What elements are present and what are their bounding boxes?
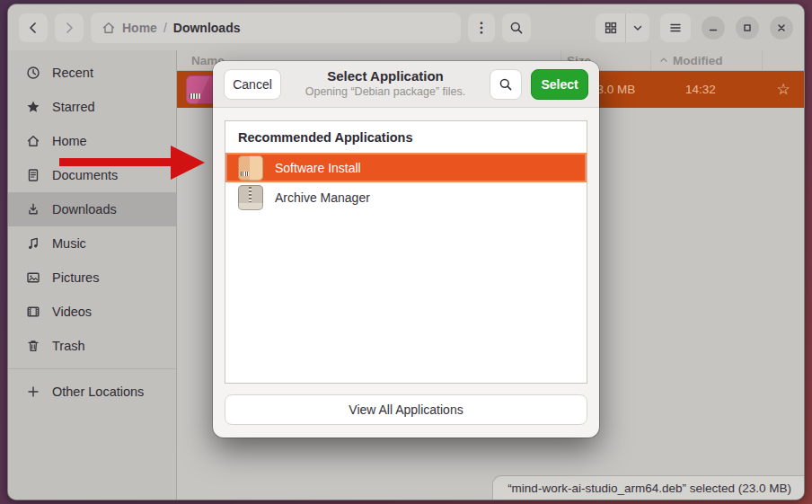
music-note-icon <box>26 236 40 251</box>
breadcrumb-separator: / <box>163 21 167 35</box>
view-options-button[interactable]: ⋮ <box>468 13 495 42</box>
trash-icon <box>26 339 40 353</box>
sidebar-item-documents[interactable]: Documents <box>8 158 176 192</box>
status-text: “mind-work-ai-studio_arm64.deb” selected… <box>508 482 791 495</box>
archive-manager-icon <box>238 185 263 210</box>
minimize-button[interactable] <box>702 16 725 40</box>
grid-view-button[interactable] <box>596 13 626 42</box>
select-button[interactable]: Select <box>531 69 588 100</box>
breadcrumb-home-label: Home <box>122 21 157 35</box>
sort-ascending-icon <box>658 55 669 66</box>
sidebar-item-label: Home <box>52 134 87 148</box>
dialog-header: Cancel Select Application Opening “Debia… <box>213 61 599 108</box>
sidebar-item-pictures[interactable]: Pictures <box>8 261 176 295</box>
app-name: Software Install <box>275 161 361 175</box>
dialog-title: Select Application <box>290 68 481 85</box>
view-dropdown-button[interactable] <box>626 13 649 42</box>
app-row-software-install[interactable]: Software Install <box>225 153 587 182</box>
chevron-right-icon <box>62 21 76 35</box>
plus-icon <box>26 385 40 399</box>
picture-icon <box>26 270 40 285</box>
star-toggle[interactable]: ☆ <box>763 80 804 99</box>
sidebar-item-label: Trash <box>52 339 85 353</box>
titlebar: Home / Downloads ⋮ <box>8 4 804 50</box>
back-button[interactable] <box>19 13 48 42</box>
maximize-icon <box>742 22 753 33</box>
sidebar-item-other-locations[interactable]: Other Locations <box>8 375 176 409</box>
search-icon <box>499 77 513 92</box>
sidebar-item-home[interactable]: Home <box>8 124 176 158</box>
search-icon <box>509 21 524 35</box>
select-application-dialog: Cancel Select Application Opening “Debia… <box>213 61 599 438</box>
star-outline-icon: ☆ <box>776 80 790 99</box>
sidebar-item-recent[interactable]: Recent <box>8 56 176 90</box>
deb-package-icon <box>186 75 216 104</box>
chevron-left-icon <box>26 21 40 35</box>
close-icon <box>776 22 787 33</box>
view-toggle-group <box>596 13 649 42</box>
software-install-icon <box>238 155 263 181</box>
forward-button[interactable] <box>55 13 84 42</box>
download-icon <box>26 202 40 217</box>
view-all-applications-button[interactable]: View All Applications <box>225 394 587 425</box>
sidebar-item-trash[interactable]: Trash <box>8 329 176 363</box>
status-bar: “mind-work-ai-studio_arm64.deb” selected… <box>492 475 804 500</box>
maximize-button[interactable] <box>736 16 759 40</box>
sidebar-item-label: Downloads <box>52 202 117 217</box>
sidebar-item-label: Documents <box>52 168 118 182</box>
main-menu-button[interactable] <box>660 13 691 42</box>
close-button[interactable] <box>770 16 793 40</box>
sidebar: Recent Starred Home Documents <box>8 50 177 500</box>
minimize-icon <box>708 22 719 33</box>
sidebar-item-music[interactable]: Music <box>8 226 176 261</box>
sidebar-item-label: Recent <box>52 66 93 80</box>
sidebar-item-label: Starred <box>52 100 95 114</box>
column-header-modified[interactable]: Modified <box>651 50 763 70</box>
sidebar-separator <box>8 368 176 369</box>
star-icon <box>26 100 40 114</box>
home-icon <box>102 21 116 35</box>
search-button[interactable] <box>502 13 531 42</box>
column-header-star <box>763 50 804 70</box>
app-name: Archive Manager <box>275 190 370 205</box>
dialog-title-block: Select Application Opening “Debian packa… <box>290 68 481 99</box>
dialog-subtitle: Opening “Debian package” files. <box>290 85 481 100</box>
file-size-cell: 23.0 MB <box>590 83 685 96</box>
sidebar-item-downloads[interactable]: Downloads <box>8 192 176 226</box>
sidebar-item-label: Pictures <box>52 270 99 285</box>
clock-icon <box>26 66 40 80</box>
section-title: Recommended Applications <box>225 121 587 153</box>
dialog-content: Recommended Applications Software Instal… <box>213 108 599 438</box>
app-row-archive-manager[interactable]: Archive Manager <box>225 182 587 212</box>
kebab-icon: ⋮ <box>474 19 489 36</box>
grid-view-icon <box>604 21 618 35</box>
sidebar-item-starred[interactable]: Starred <box>8 90 176 124</box>
chevron-down-icon <box>631 22 644 34</box>
sidebar-item-videos[interactable]: Videos <box>8 295 176 329</box>
sidebar-item-label: Music <box>52 236 86 251</box>
cancel-button[interactable]: Cancel <box>224 69 281 100</box>
document-icon <box>26 168 40 182</box>
sidebar-item-label: Other Locations <box>52 385 144 399</box>
film-icon <box>26 305 40 319</box>
dialog-search-button[interactable] <box>490 69 522 100</box>
sidebar-item-label: Videos <box>52 305 92 319</box>
application-list: Recommended Applications Software Instal… <box>225 120 587 384</box>
file-modified-cell: 14:32 <box>685 83 763 96</box>
breadcrumb-current: Downloads <box>173 21 241 35</box>
home-icon <box>26 134 40 148</box>
breadcrumb-home[interactable]: Home <box>102 21 157 35</box>
hamburger-icon <box>668 21 683 35</box>
breadcrumb[interactable]: Home / Downloads <box>91 13 461 43</box>
